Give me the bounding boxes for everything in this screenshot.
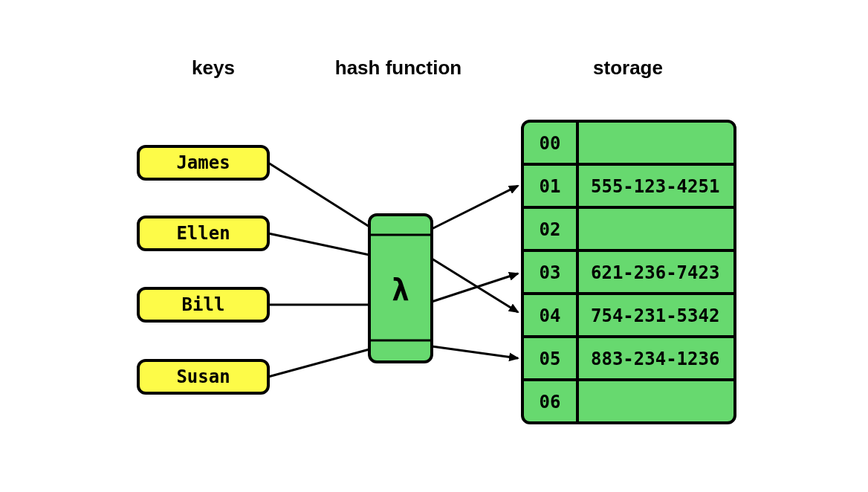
edge-key-to-hash	[268, 163, 369, 227]
storage-index: 03	[540, 262, 561, 283]
hash-diagram: keys hash function storage James Ellen B…	[0, 0, 868, 492]
edge-key-to-hash	[268, 233, 369, 255]
storage-value: 555-123-4251	[591, 176, 719, 197]
key-box: Susan	[138, 360, 268, 393]
edge-hash-to-storage	[432, 186, 518, 229]
edge-hash-to-storage	[432, 259, 518, 312]
storage-value: 754-231-5342	[591, 305, 719, 326]
key-box: Ellen	[138, 217, 268, 250]
storage-index: 05	[540, 349, 561, 369]
key-label: Susan	[176, 366, 230, 387]
storage-table: 00 01 555-123-4251 02 03 621-236-7423 04…	[522, 121, 735, 423]
lambda-icon: λ	[392, 273, 409, 307]
storage-value: 621-236-7423	[591, 262, 719, 283]
storage-value: 883-234-1236	[591, 349, 719, 369]
header-storage: storage	[593, 56, 663, 79]
storage-index: 04	[540, 305, 561, 326]
storage-index: 06	[540, 392, 561, 412]
key-box: Bill	[138, 288, 268, 321]
edge-hash-to-storage	[432, 273, 518, 302]
edge-key-to-hash	[268, 349, 369, 377]
storage-index: 02	[540, 219, 561, 240]
header-keys: keys	[192, 56, 235, 79]
key-label: James	[176, 152, 230, 173]
edge-hash-to-storage	[432, 346, 518, 358]
header-hash: hash function	[335, 56, 461, 79]
hash-function-box: λ	[369, 215, 432, 362]
key-label: Ellen	[176, 223, 230, 244]
key-label: Bill	[182, 294, 225, 315]
storage-index: 00	[540, 133, 561, 154]
key-box: James	[138, 146, 268, 179]
storage-index: 01	[540, 176, 561, 197]
